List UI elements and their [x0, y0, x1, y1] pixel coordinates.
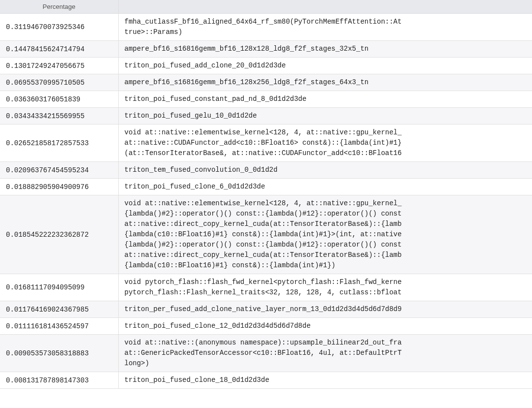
- kernel-name-cell: triton_poi_fused_constant_pad_nd_8_0d1d2…: [118, 91, 532, 108]
- kernel-name-cell: ampere_bf16_s16816gemm_bf16_128x128_ldg8…: [118, 41, 532, 58]
- table-row[interactable]: 0.011116181436524597triton_poi_fused_clo…: [0, 318, 532, 335]
- percentage-cell: 0.06955370995710505: [0, 74, 118, 91]
- kernel-name-cell: void at::native::elementwise_kernel<128,…: [118, 195, 532, 274]
- percentage-cell: 0.011764169024367985: [0, 301, 118, 318]
- percentage-cell: 0.13017249247056675: [0, 58, 118, 74]
- table-row[interactable]: 0.03434334215569955triton_poi_fused_gelu…: [0, 108, 532, 125]
- table-header-row: Percentage: [0, 0, 532, 14]
- kernel-name-cell: fmha_cutlassF_bf16_aligned_64x64_rf_sm80…: [118, 14, 532, 41]
- table-row[interactable]: 0.008131787898147303triton_poi_fused_clo…: [0, 372, 532, 389]
- kernel-name-cell: void pytorch_flash::flash_fwd_kernel<pyt…: [118, 274, 532, 301]
- kernel-name-cell: triton_poi_fused_clone_18_0d1d2d3de: [118, 372, 532, 389]
- percentage-cell: 0.01681117094095099: [0, 274, 118, 301]
- kernel-name-cell: triton_tem_fused_convolution_0_0d1d2d: [118, 162, 532, 179]
- percentage-cell: 0.020963767454595234: [0, 162, 118, 179]
- kernel-name-cell: triton_poi_fused_clone_12_0d1d2d3d4d5d6d…: [118, 318, 532, 335]
- table-row[interactable]: 0.06955370995710505ampere_bf16_s16816gem…: [0, 74, 532, 91]
- table-row[interactable]: 0.0363603176051839triton_poi_fused_const…: [0, 91, 532, 108]
- table-row[interactable]: 0.020963767454595234triton_tem_fused_con…: [0, 162, 532, 179]
- kernel-name-cell: triton_poi_fused_clone_6_0d1d2d3de: [118, 179, 532, 195]
- percentage-cell: 0.31194670073925346: [0, 14, 118, 41]
- percentage-cell: 0.0363603176051839: [0, 91, 118, 108]
- percentage-cell: 0.14478415624714794: [0, 41, 118, 58]
- table-row[interactable]: 0.011764169024367985triton_per_fused_add…: [0, 301, 532, 318]
- table-row[interactable]: 0.026521858172857533void at::native::ele…: [0, 125, 532, 162]
- column-header-kernel[interactable]: [118, 0, 532, 14]
- kernel-name-cell: ampere_bf16_s16816gemm_bf16_128x256_ldg8…: [118, 74, 532, 91]
- column-header-percentage[interactable]: Percentage: [0, 0, 118, 14]
- table-row[interactable]: 0.14478415624714794ampere_bf16_s16816gem…: [0, 41, 532, 58]
- table-row[interactable]: 0.018545222232362872void at::native::ele…: [0, 195, 532, 274]
- kernel-name-cell: void at::native::(anonymous namespace)::…: [118, 335, 532, 372]
- table-row[interactable]: 0.018882905904900976triton_poi_fused_clo…: [0, 179, 532, 195]
- table-row[interactable]: 0.01681117094095099void pytorch_flash::f…: [0, 274, 532, 301]
- kernel-name-cell: triton_poi_fused_gelu_10_0d1d2de: [118, 108, 532, 125]
- kernel-name-cell: triton_poi_fused_add_clone_20_0d1d2d3de: [118, 58, 532, 74]
- percentage-cell: 0.008131787898147303: [0, 372, 118, 389]
- percentage-cell: 0.018545222232362872: [0, 195, 118, 274]
- percentage-cell: 0.03434334215569955: [0, 108, 118, 125]
- kernel-name-cell: triton_per_fused_add_clone_native_layer_…: [118, 301, 532, 318]
- profiler-table: Percentage 0.31194670073925346fmha_cutla…: [0, 0, 532, 389]
- table-row[interactable]: 0.009053573058318883void at::native::(an…: [0, 335, 532, 372]
- table-row[interactable]: 0.31194670073925346fmha_cutlassF_bf16_al…: [0, 14, 532, 41]
- percentage-cell: 0.018882905904900976: [0, 179, 118, 195]
- table-row[interactable]: 0.13017249247056675triton_poi_fused_add_…: [0, 58, 532, 74]
- percentage-cell: 0.011116181436524597: [0, 318, 118, 335]
- percentage-cell: 0.009053573058318883: [0, 335, 118, 372]
- percentage-cell: 0.026521858172857533: [0, 125, 118, 162]
- kernel-name-cell: void at::native::elementwise_kernel<128,…: [118, 125, 532, 162]
